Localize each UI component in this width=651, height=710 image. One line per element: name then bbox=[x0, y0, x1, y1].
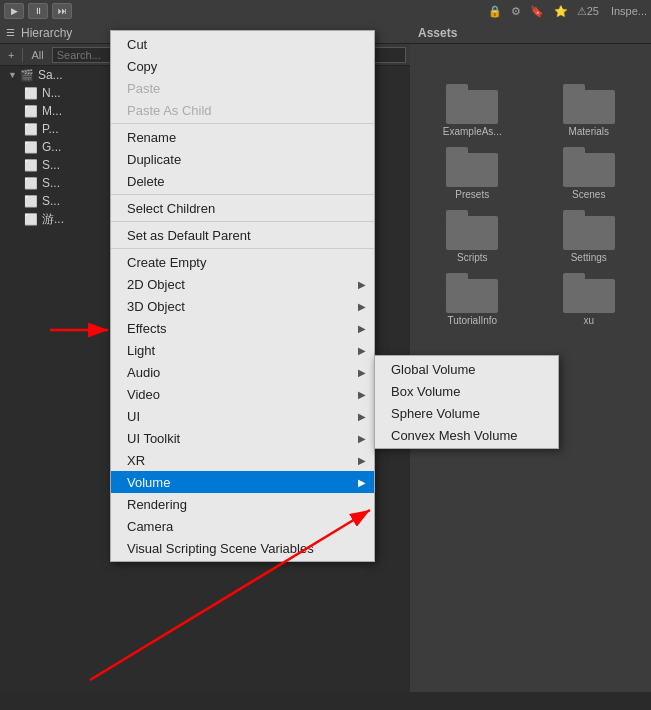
arrow-3d: ▶ bbox=[358, 301, 366, 312]
play-button[interactable]: ▶ bbox=[4, 3, 24, 19]
asset-item-0[interactable]: ExampleAs... bbox=[418, 82, 527, 137]
menu-create-empty[interactable]: Create Empty bbox=[111, 251, 374, 273]
cube-icon-7: ⬜ bbox=[24, 213, 38, 226]
folder-icon-3 bbox=[563, 145, 615, 187]
menu-sep-2 bbox=[111, 194, 374, 195]
context-menu: Cut Copy Paste Paste As Child Rename Dup… bbox=[110, 30, 375, 562]
menu-cut[interactable]: Cut bbox=[111, 33, 374, 55]
arrow-video: ▶ bbox=[358, 389, 366, 400]
arrow-ui: ▶ bbox=[358, 411, 366, 422]
scene-label: Sa... bbox=[38, 68, 63, 82]
menu-delete[interactable]: Delete bbox=[111, 170, 374, 192]
folder-icon-6 bbox=[446, 271, 498, 313]
menu-volume[interactable]: Volume ▶ bbox=[111, 471, 374, 493]
menu-paste[interactable]: Paste bbox=[111, 77, 374, 99]
asset-label-2: Presets bbox=[455, 189, 489, 200]
menu-3d-object[interactable]: 3D Object ▶ bbox=[111, 295, 374, 317]
step-button[interactable]: ⏭ bbox=[52, 3, 72, 19]
menu-set-default-parent[interactable]: Set as Default Parent bbox=[111, 224, 374, 246]
cube-icon-1: ⬜ bbox=[24, 105, 38, 118]
menu-rename[interactable]: Rename bbox=[111, 126, 374, 148]
arrow-2d: ▶ bbox=[358, 279, 366, 290]
menu-duplicate[interactable]: Duplicate bbox=[111, 148, 374, 170]
arrow-xr: ▶ bbox=[358, 455, 366, 466]
cube-icon-5: ⬜ bbox=[24, 177, 38, 190]
menu-paste-as-child[interactable]: Paste As Child bbox=[111, 99, 374, 121]
menu-sep-4 bbox=[111, 248, 374, 249]
asset-item-3[interactable]: Scenes bbox=[535, 145, 644, 200]
top-toolbar: ▶ ⏸ ⏭ 🔒 ⚙ 🔖 ⭐ ⚠25 Inspe... bbox=[0, 0, 651, 22]
folder-icon-5 bbox=[563, 208, 615, 250]
asset-item-6[interactable]: TutorialInfo bbox=[418, 271, 527, 326]
asset-item-7[interactable]: xu bbox=[535, 271, 644, 326]
submenu-convex-mesh-volume[interactable]: Convex Mesh Volume bbox=[375, 424, 558, 446]
submenu-global-volume[interactable]: Global Volume bbox=[375, 358, 558, 380]
assets-title: Assets bbox=[418, 26, 457, 40]
cube-icon-2: ⬜ bbox=[24, 123, 38, 136]
menu-sep-1 bbox=[111, 123, 374, 124]
asset-label-4: Scripts bbox=[457, 252, 488, 263]
item-label-5: S... bbox=[42, 176, 60, 190]
asset-label-3: Scenes bbox=[572, 189, 605, 200]
menu-ui[interactable]: UI ▶ bbox=[111, 405, 374, 427]
add-button[interactable]: + bbox=[4, 47, 18, 63]
item-label-7: 游... bbox=[42, 211, 64, 228]
menu-video[interactable]: Video ▶ bbox=[111, 383, 374, 405]
asset-item-4[interactable]: Scripts bbox=[418, 208, 527, 263]
asset-label-1: Materials bbox=[568, 126, 609, 137]
asset-label-7: xu bbox=[583, 315, 594, 326]
item-label-6: S... bbox=[42, 194, 60, 208]
cube-icon-3: ⬜ bbox=[24, 141, 38, 154]
expand-arrow: ▼ bbox=[8, 70, 17, 80]
arrow-effects: ▶ bbox=[358, 323, 366, 334]
volume-submenu: Global Volume Box Volume Sphere Volume C… bbox=[374, 355, 559, 449]
asset-item-2[interactable]: Presets bbox=[418, 145, 527, 200]
submenu-sphere-volume[interactable]: Sphere Volume bbox=[375, 402, 558, 424]
cube-icon-4: ⬜ bbox=[24, 159, 38, 172]
menu-audio[interactable]: Audio ▶ bbox=[111, 361, 374, 383]
submenu-box-volume[interactable]: Box Volume bbox=[375, 380, 558, 402]
menu-sep-3 bbox=[111, 221, 374, 222]
cube-icon-6: ⬜ bbox=[24, 195, 38, 208]
arrow-volume: ▶ bbox=[358, 477, 366, 488]
pause-button[interactable]: ⏸ bbox=[28, 3, 48, 19]
menu-camera[interactable]: Camera bbox=[111, 515, 374, 537]
asset-item-1[interactable]: Materials bbox=[535, 82, 644, 137]
menu-2d-object[interactable]: 2D Object ▶ bbox=[111, 273, 374, 295]
cube-icon-0: ⬜ bbox=[24, 87, 38, 100]
menu-ui-toolkit[interactable]: UI Toolkit ▶ bbox=[111, 427, 374, 449]
asset-label-0: ExampleAs... bbox=[443, 126, 502, 137]
menu-rendering[interactable]: Rendering bbox=[111, 493, 374, 515]
menu-light[interactable]: Light ▶ bbox=[111, 339, 374, 361]
asset-label-5: Settings bbox=[571, 252, 607, 263]
item-label-0: N... bbox=[42, 86, 61, 100]
assets-grid: ExampleAs... Materials Presets Scenes bbox=[418, 82, 643, 326]
menu-visual-scripting[interactable]: Visual Scripting Scene Variables bbox=[111, 537, 374, 559]
folder-icon-2 bbox=[446, 145, 498, 187]
menu-copy[interactable]: Copy bbox=[111, 55, 374, 77]
asset-item-5[interactable]: Settings bbox=[535, 208, 644, 263]
hierarchy-title: Hierarchy bbox=[21, 26, 72, 40]
folder-icon-1 bbox=[563, 82, 615, 124]
assets-header: Assets bbox=[410, 22, 651, 44]
item-label-3: G... bbox=[42, 140, 61, 154]
folder-icon-4 bbox=[446, 208, 498, 250]
all-button[interactable]: All bbox=[27, 47, 47, 63]
item-label-2: P... bbox=[42, 122, 58, 136]
item-label-4: S... bbox=[42, 158, 60, 172]
menu-select-children[interactable]: Select Children bbox=[111, 197, 374, 219]
inspector-label: 🔒 ⚙ 🔖 ⭐ ⚠25 bbox=[488, 5, 599, 18]
status-bar bbox=[0, 692, 651, 710]
inspe-label: Inspe... bbox=[611, 5, 647, 17]
arrow-light: ▶ bbox=[358, 345, 366, 356]
arrow-ui-toolkit: ▶ bbox=[358, 433, 366, 444]
arrow-audio: ▶ bbox=[358, 367, 366, 378]
menu-xr[interactable]: XR ▶ bbox=[111, 449, 374, 471]
scene-icon: 🎬 bbox=[20, 69, 34, 82]
item-label-1: M... bbox=[42, 104, 62, 118]
folder-icon-0 bbox=[446, 82, 498, 124]
hierarchy-icon: ☰ bbox=[6, 27, 15, 38]
toolbar-sep bbox=[22, 48, 23, 62]
menu-effects[interactable]: Effects ▶ bbox=[111, 317, 374, 339]
folder-icon-7 bbox=[563, 271, 615, 313]
